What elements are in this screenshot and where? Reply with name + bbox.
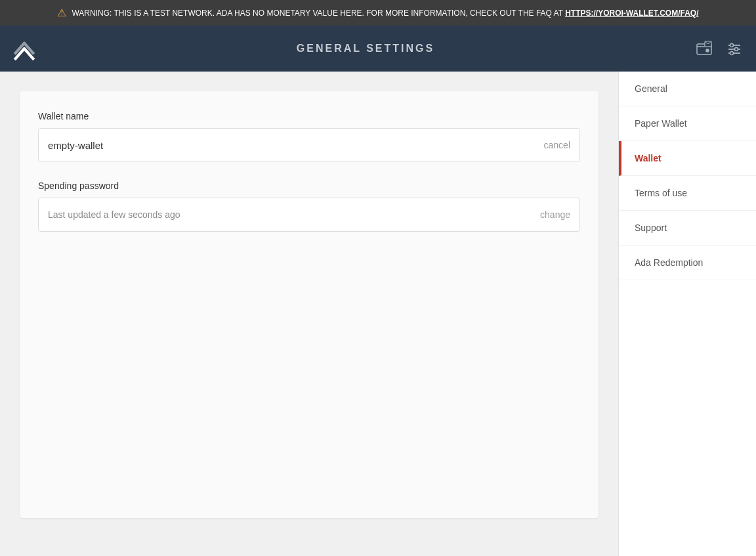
- wallet-name-cancel-button[interactable]: cancel: [544, 140, 570, 150]
- spending-password-field-group: Spending password Last updated a few sec…: [38, 181, 580, 232]
- svg-point-1: [706, 49, 709, 52]
- sidebar-terms-label: Terms of use: [635, 188, 687, 198]
- warning-text: WARNING: THIS IS A TEST NETWORK. ADA HAS…: [72, 9, 698, 18]
- svg-point-8: [730, 52, 733, 55]
- sidebar-wallet-label: Wallet: [635, 153, 662, 163]
- spending-password-label: Spending password: [38, 181, 580, 191]
- sidebar-item-support[interactable]: Support: [619, 211, 756, 246]
- settings-card: Wallet name cancel Spending password Las…: [20, 91, 598, 518]
- logo-icon: [10, 35, 38, 62]
- sidebar-item-wallet[interactable]: Wallet: [619, 141, 756, 176]
- wallet-nav-button[interactable]: [693, 37, 715, 60]
- wallet-nav-icon: [696, 40, 713, 57]
- wallet-name-field-group: Wallet name cancel: [38, 111, 580, 162]
- wallet-name-label: Wallet name: [38, 111, 580, 121]
- spending-password-status: Last updated a few seconds ago: [48, 209, 540, 220]
- spending-password-input-wrapper: Last updated a few seconds ago change: [38, 198, 580, 232]
- main-layout: Wallet name cancel Spending password Las…: [0, 72, 756, 556]
- sidebar-item-ada-redemption[interactable]: Ada Redemption: [619, 246, 756, 280]
- sidebar-item-terms-of-use[interactable]: Terms of use: [619, 176, 756, 211]
- navbar: GENERAL SETTINGS: [0, 26, 756, 72]
- navbar-actions: [693, 37, 746, 60]
- sidebar-general-label: General: [635, 83, 667, 94]
- page-title: GENERAL SETTINGS: [297, 43, 434, 54]
- sidebar: General Paper Wallet Wallet Terms of use…: [618, 72, 756, 556]
- sidebar-support-label: Support: [635, 223, 667, 233]
- sidebar-item-paper-wallet[interactable]: Paper Wallet: [619, 106, 756, 141]
- wallet-name-input[interactable]: [48, 140, 544, 151]
- wallet-name-input-wrapper: cancel: [38, 128, 580, 162]
- svg-point-6: [730, 44, 733, 47]
- sidebar-ada-redemption-label: Ada Redemption: [635, 257, 703, 268]
- sidebar-item-general[interactable]: General: [619, 72, 756, 106]
- warning-link[interactable]: HTTPS://YOROI-WALLET.COM/FAQ/: [565, 9, 698, 18]
- spending-password-change-button[interactable]: change: [540, 209, 570, 220]
- warning-banner: ⚠ WARNING: THIS IS A TEST NETWORK. ADA H…: [0, 0, 756, 26]
- settings-nav-icon: [726, 40, 743, 57]
- sidebar-paper-wallet-label: Paper Wallet: [635, 118, 687, 129]
- navbar-logo: [10, 35, 38, 62]
- content-area: Wallet name cancel Spending password Las…: [0, 72, 618, 556]
- svg-point-7: [734, 48, 738, 51]
- settings-nav-button[interactable]: [723, 37, 746, 60]
- warning-icon: ⚠: [57, 7, 66, 19]
